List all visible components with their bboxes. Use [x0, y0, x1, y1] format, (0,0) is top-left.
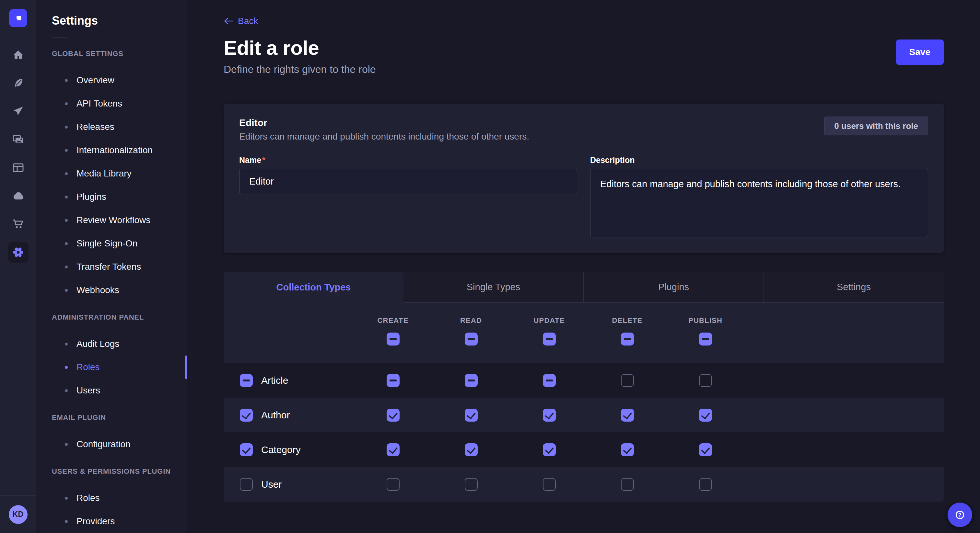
row-author-checkbox[interactable]	[240, 409, 253, 422]
select-all-read-checkbox[interactable]	[465, 333, 478, 346]
column-create: CREATE	[354, 316, 432, 325]
category-read-checkbox[interactable]	[465, 443, 478, 456]
bullet-icon	[65, 343, 68, 346]
category-create-checkbox[interactable]	[387, 443, 399, 456]
user-avatar[interactable]: KD	[9, 505, 27, 524]
bullet-icon	[65, 219, 68, 222]
description-textarea[interactable]: Editors can manage and publish contents …	[590, 169, 928, 237]
strapi-logo-icon	[13, 13, 24, 24]
subnav-item-up-roles[interactable]: Roles	[36, 486, 187, 510]
user-create-checkbox[interactable]	[387, 478, 399, 491]
article-create-checkbox[interactable]	[387, 374, 399, 387]
tab-collection-types[interactable]: Collection Types	[224, 272, 404, 303]
nav-home-button[interactable]	[9, 46, 27, 64]
tab-single-types[interactable]: Single Types	[404, 272, 583, 303]
user-update-checkbox[interactable]	[543, 478, 556, 491]
user-publish-checkbox[interactable]	[699, 478, 712, 491]
nav-content-manager-button[interactable]	[9, 159, 27, 177]
description-field-group: Description Editors can manage and publi…	[590, 155, 928, 239]
settings-subnav: Settings GLOBAL SETTINGS Overview API To…	[36, 0, 187, 533]
column-delete: DELETE	[588, 316, 666, 325]
users-with-role-badge[interactable]: 0 users with this role	[824, 117, 928, 135]
nav-releases-button[interactable]	[9, 102, 27, 121]
nav-content-type-builder-button[interactable]	[9, 74, 27, 92]
table-row-article: Article	[224, 363, 944, 398]
row-label: Category	[261, 444, 301, 455]
name-field-label: Name*	[239, 155, 577, 165]
nav-media-library-button[interactable]	[9, 130, 27, 149]
article-delete-checkbox[interactable]	[621, 374, 634, 387]
select-all-publish-checkbox[interactable]	[699, 333, 712, 346]
subnav-item-plugins[interactable]: Plugins	[36, 185, 187, 209]
nav-deploy-button[interactable]	[9, 187, 27, 205]
author-publish-checkbox[interactable]	[699, 409, 712, 422]
bullet-icon	[65, 497, 68, 500]
select-all-row	[224, 333, 944, 346]
row-user-checkbox[interactable]	[240, 478, 253, 491]
permissions-tabs: Collection Types Single Types Plugins Se…	[224, 272, 944, 303]
subnav-item-audit-logs[interactable]: Audit Logs	[36, 332, 187, 355]
permissions-table-header: CREATE READ UPDATE DELETE PUBLISH	[224, 303, 944, 363]
home-icon	[12, 49, 25, 62]
help-button[interactable]: ?	[948, 503, 972, 527]
name-field-group: Name*	[239, 155, 577, 194]
select-all-create-checkbox[interactable]	[387, 333, 399, 346]
role-description-text: Editors can manage and publish contents …	[239, 132, 529, 142]
subnav-title: Settings	[52, 14, 172, 28]
category-delete-checkbox[interactable]	[621, 443, 634, 456]
author-delete-checkbox[interactable]	[621, 409, 634, 422]
subnav-item-single-sign-on[interactable]: Single Sign-On	[36, 232, 187, 255]
author-update-checkbox[interactable]	[543, 409, 556, 422]
icon-rail: KD	[0, 0, 36, 533]
author-create-checkbox[interactable]	[387, 409, 399, 422]
row-article-checkbox[interactable]	[240, 374, 253, 387]
article-read-checkbox[interactable]	[465, 374, 478, 387]
nav-marketplace-button[interactable]	[9, 215, 27, 233]
user-read-checkbox[interactable]	[465, 478, 478, 491]
article-update-checkbox[interactable]	[543, 374, 556, 387]
subnav-item-up-providers[interactable]: Providers	[36, 510, 187, 533]
tab-settings[interactable]: Settings	[764, 272, 944, 303]
bullet-icon	[65, 125, 68, 128]
back-link[interactable]: Back	[224, 16, 258, 27]
category-publish-checkbox[interactable]	[699, 443, 712, 456]
permissions-card: Collection Types Single Types Plugins Se…	[224, 272, 944, 501]
column-publish: PUBLISH	[666, 316, 745, 325]
bullet-icon	[65, 242, 68, 245]
section-label: GLOBAL SETTINGS	[36, 49, 187, 58]
tab-plugins[interactable]: Plugins	[583, 272, 764, 303]
select-all-delete-checkbox[interactable]	[621, 333, 634, 346]
subnav-item-users[interactable]: Users	[36, 379, 187, 402]
column-labels-row: CREATE READ UPDATE DELETE PUBLISH	[224, 316, 944, 325]
subnav-item-configuration[interactable]: Configuration	[36, 433, 187, 456]
subnav-item-api-tokens[interactable]: API Tokens	[36, 92, 187, 115]
subnav-item-internationalization[interactable]: Internationalization	[36, 139, 187, 162]
subnav-item-overview[interactable]: Overview	[36, 69, 187, 92]
role-card-header: Editor Editors can manage and publish co…	[239, 117, 928, 142]
subnav-item-transfer-tokens[interactable]: Transfer Tokens	[36, 255, 187, 279]
nav-settings-button[interactable]	[8, 242, 29, 263]
back-arrow-icon	[224, 17, 233, 25]
row-category-checkbox[interactable]	[240, 443, 253, 456]
subnav-item-review-workflows[interactable]: Review Workflows	[36, 209, 187, 232]
author-read-checkbox[interactable]	[465, 409, 478, 422]
name-input[interactable]	[239, 169, 577, 194]
row-head: Author	[224, 409, 354, 422]
category-update-checkbox[interactable]	[543, 443, 556, 456]
svg-text:?: ?	[958, 512, 961, 518]
subnav-item-webhooks[interactable]: Webhooks	[36, 279, 187, 302]
role-form-fields: Name* Description Editors can manage and…	[239, 155, 928, 239]
user-delete-checkbox[interactable]	[621, 478, 634, 491]
bullet-icon	[65, 79, 68, 82]
bullet-icon	[65, 102, 68, 105]
article-publish-checkbox[interactable]	[699, 374, 712, 387]
save-button[interactable]: Save	[896, 40, 944, 65]
subnav-item-media-library[interactable]: Media Library	[36, 162, 187, 185]
strapi-logo[interactable]	[9, 9, 27, 27]
select-all-update-checkbox[interactable]	[543, 333, 556, 346]
layout-icon	[12, 161, 25, 174]
table-row-user: User	[224, 467, 944, 501]
subnav-item-releases[interactable]: Releases	[36, 115, 187, 139]
subnav-item-roles-active[interactable]: Roles	[36, 355, 187, 379]
bullet-icon	[65, 195, 68, 198]
